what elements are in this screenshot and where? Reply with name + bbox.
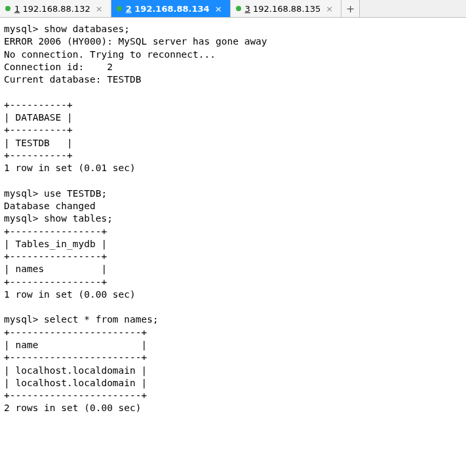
tab-label: 3 192.168.88.135: [245, 4, 321, 14]
tab-number: 1: [14, 4, 20, 14]
plus-icon: +: [346, 3, 355, 15]
close-icon[interactable]: ×: [94, 4, 104, 14]
status-dot-icon: [236, 6, 241, 11]
close-icon[interactable]: ×: [324, 4, 334, 14]
tab-2[interactable]: 2 192.168.88.134 ×: [111, 0, 231, 17]
status-dot-icon: [5, 6, 10, 11]
tab-label: 2 192.168.88.134: [126, 4, 210, 14]
terminal-output[interactable]: mysql> show databases; ERROR 2006 (HY000…: [0, 18, 466, 420]
tab-bar: 1 192.168.88.132 × 2 192.168.88.134 × 3 …: [0, 0, 466, 18]
tab-number: 2: [126, 4, 132, 14]
tab-number: 3: [245, 4, 250, 14]
tab-ip: 192.168.88.135: [253, 4, 320, 14]
tab-ip: 192.168.88.132: [22, 4, 90, 14]
new-tab-button[interactable]: +: [341, 0, 360, 17]
tab-3[interactable]: 3 192.168.88.135 ×: [231, 0, 342, 17]
status-dot-icon: [117, 6, 122, 11]
tab-label: 1 192.168.88.132: [14, 4, 90, 14]
tab-1[interactable]: 1 192.168.88.132 ×: [0, 0, 111, 17]
close-icon[interactable]: ×: [214, 4, 223, 14]
tab-ip: 192.168.88.134: [134, 4, 209, 14]
